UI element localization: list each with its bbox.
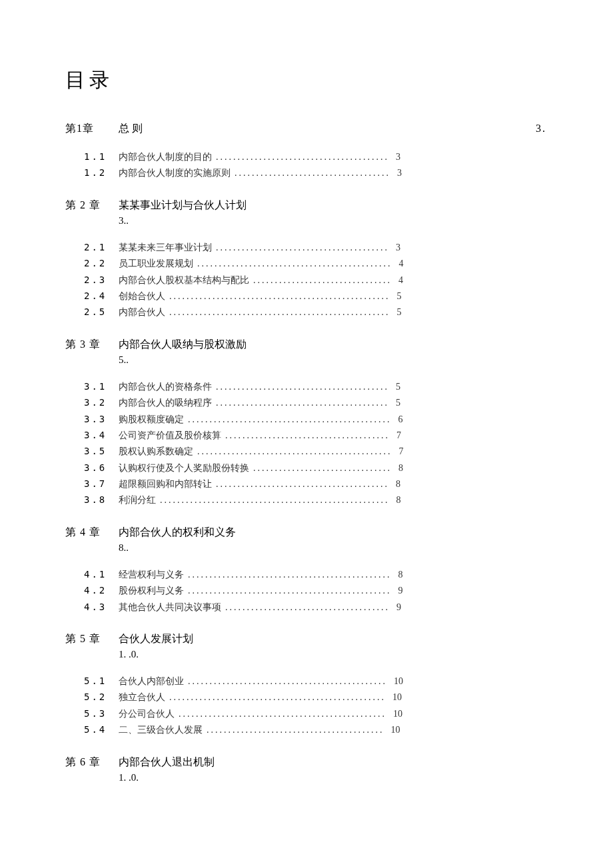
section-dots: ........................................… xyxy=(184,674,391,689)
page: 目录 第1章总 则3.1.1内部合伙人制度的目的................… xyxy=(0,0,613,868)
section-number: 3.7 xyxy=(65,476,119,491)
section-row: 2.1某某未来三年事业计划...........................… xyxy=(65,240,546,255)
section-row: 3.4公司资产价值及股价核算..........................… xyxy=(65,428,546,443)
chapter-name: 内部合伙人的权利和义务 xyxy=(119,526,236,540)
section-name: 分公司合伙人 xyxy=(119,707,175,721)
section-name: 内部合伙人 xyxy=(119,305,165,320)
section-number: 2.3 xyxy=(65,272,119,287)
section-number: 3.6 xyxy=(65,460,119,475)
chapter-name: 某某事业计划与合伙人计划 xyxy=(119,199,247,213)
section-name: 经营权利与义务 xyxy=(119,568,184,582)
chapter-name: 内部合伙人吸纳与股权激励 xyxy=(119,338,247,352)
section-row: 4.2股份权利与义务..............................… xyxy=(65,583,546,598)
section-page: 10 xyxy=(390,707,402,721)
section-dots: .................................... xyxy=(231,166,394,181)
section-page: 10 xyxy=(391,674,403,689)
section-row: 1.1内部合伙人制度的目的...........................… xyxy=(65,149,546,165)
section-number: 3.5 xyxy=(65,444,119,458)
section-row: 5.4二、三级合伙人发展............................… xyxy=(65,722,546,737)
section-number: 3.8 xyxy=(65,492,119,507)
chapter-label: 第 5 章 xyxy=(65,632,119,646)
section-page: 6 xyxy=(396,412,403,427)
section-dots: ........................................… xyxy=(165,305,394,320)
section-number: 3.2 xyxy=(65,395,119,410)
section-body: 超限额回购和内部转让..............................… xyxy=(119,477,400,492)
section-body: 内部合伙人股权基本结构与配比..........................… xyxy=(119,273,403,288)
section-row: 3.7超限额回购和内部转让...........................… xyxy=(65,476,546,492)
section-name: 超限额回购和内部转让 xyxy=(119,477,212,492)
section-dots: ........................................ xyxy=(212,380,393,394)
chapter-label: 第 4 章 xyxy=(65,526,119,540)
section-dots: ...................................... xyxy=(221,600,394,615)
section-body: 利润分红....................................… xyxy=(119,493,401,508)
section-page: 5 xyxy=(393,380,400,394)
section-body: 创始合伙人...................................… xyxy=(119,289,402,304)
chapter-row: 第 2 章某某事业计划与合伙人计划3.. xyxy=(65,199,546,226)
section-body: 认购权行使及个人奖励股份转换..........................… xyxy=(119,461,403,476)
section-row: 2.4创始合伙人................................… xyxy=(65,288,546,304)
section-page: 7 xyxy=(396,444,404,459)
section-name: 股份权利与义务 xyxy=(119,584,184,598)
section-number: 5.3 xyxy=(65,706,119,721)
section-page: 10 xyxy=(388,723,400,737)
section-name: 认购权行使及个人奖励股份转换 xyxy=(119,461,249,476)
section-page: 5 xyxy=(394,305,402,320)
section-dots: ........................................ xyxy=(212,477,393,492)
section-dots: ...................................... xyxy=(221,428,394,443)
section-body: 独立合伙人...................................… xyxy=(119,690,402,705)
chapter-label: 第 2 章 xyxy=(65,199,119,213)
section-list: 3.1内部合伙人的资格条件...........................… xyxy=(65,379,546,508)
section-dots: ........................................… xyxy=(184,412,396,427)
section-name: 内部合伙人制度的实施原则 xyxy=(119,166,231,181)
section-number: 2.5 xyxy=(65,304,119,319)
chapter-body: 合伙人发展计划 xyxy=(119,632,546,646)
section-row: 2.3内部合伙人股权基本结构与配比.......................… xyxy=(65,272,546,288)
chapter-note: 5.. xyxy=(119,354,546,366)
section-name: 购股权额度确定 xyxy=(119,412,184,427)
section-row: 5.3分公司合伙人...............................… xyxy=(65,706,546,721)
chapter-right: 总 则3. xyxy=(119,122,546,136)
section-body: 内部合伙人制度的实施原则............................… xyxy=(119,166,402,181)
section-name: 股权认购系数确定 xyxy=(119,444,193,459)
section-number: 1.1 xyxy=(65,149,119,164)
chapter-right: 内部合伙人的权利和义务8.. xyxy=(119,526,546,554)
section-dots: ........................................… xyxy=(175,707,390,721)
chapter-label: 第 3 章 xyxy=(65,338,119,352)
section-name: 内部合伙人的吸纳程序 xyxy=(119,396,212,410)
chapter-row: 第 5 章合伙人发展计划1. .0. xyxy=(65,632,546,660)
chapter-right: 内部合伙人退出机制1. .0. xyxy=(119,755,546,783)
section-page: 9 xyxy=(394,600,401,615)
section-page: 8 xyxy=(394,493,401,508)
section-name: 利润分红 xyxy=(119,493,156,508)
section-row: 5.2独立合伙人................................… xyxy=(65,689,546,705)
section-body: 股份权利与义务.................................… xyxy=(119,584,403,598)
section-body: 合伙人内部创业.................................… xyxy=(119,674,403,689)
section-name: 公司资产价值及股价核算 xyxy=(119,428,221,443)
section-name: 内部合伙人股权基本结构与配比 xyxy=(119,273,249,288)
section-body: 公司资产价值及股价核算.............................… xyxy=(119,428,401,443)
section-number: 3.4 xyxy=(65,428,119,442)
chapter-right: 某某事业计划与合伙人计划3.. xyxy=(119,199,546,226)
section-name: 创始合伙人 xyxy=(119,289,165,304)
chapter-note: 1. .0. xyxy=(119,649,546,660)
section-dots: ........................................ xyxy=(212,396,393,410)
section-page: 3 xyxy=(394,166,402,181)
chapter-note: 3.. xyxy=(119,215,546,226)
section-number: 3.1 xyxy=(65,379,119,394)
section-row: 3.8利润分红.................................… xyxy=(65,492,546,508)
section-body: 内部合伙人的吸纳程序..............................… xyxy=(119,396,400,410)
chapter-row: 第 6 章内部合伙人退出机制1. .0. xyxy=(65,755,546,783)
section-page: 4 xyxy=(396,256,404,271)
section-number: 4.3 xyxy=(65,600,119,614)
section-number: 5.4 xyxy=(65,722,119,737)
section-page: 8 xyxy=(396,568,403,582)
chapter-right: 合伙人发展计划1. .0. xyxy=(119,632,546,660)
section-page: 8 xyxy=(393,477,400,492)
section-dots: ................................ xyxy=(249,461,396,476)
section-row: 1.2内部合伙人制度的实施原则.........................… xyxy=(65,165,546,181)
section-body: 某某未来三年事业计划..............................… xyxy=(119,240,400,255)
section-row: 4.1经营权利与义务..............................… xyxy=(65,567,546,582)
section-number: 1.2 xyxy=(65,165,119,180)
section-number: 4.2 xyxy=(65,583,119,598)
section-body: 内部合伙人...................................… xyxy=(119,305,402,320)
